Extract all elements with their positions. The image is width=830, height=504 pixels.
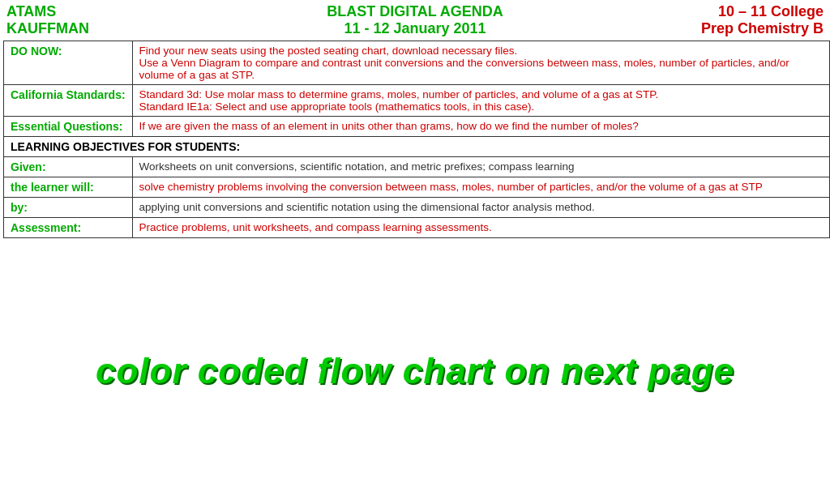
do-now-row: DO NOW: Find your new seats using the po… xyxy=(4,41,830,85)
california-row: California Standards: Standard 3d: Use m… xyxy=(4,85,830,117)
atams-label: ATAMS xyxy=(6,3,279,20)
do-now-content: Find your new seats using the posted sea… xyxy=(132,41,829,85)
learner-content: solve chemistry problems involving the c… xyxy=(132,177,829,198)
essential-row: Essential Questions: If we are given the… xyxy=(4,117,830,137)
learner-label: the learner will: xyxy=(4,177,133,198)
grade-line2: Prep Chemistry B xyxy=(701,20,824,37)
learner-row: the learner will: solve chemistry proble… xyxy=(4,177,830,198)
header-date: 11 - 12 January 2011 xyxy=(344,20,486,37)
essential-label: Essential Questions: xyxy=(4,117,133,137)
do-now-text: Find your new seats using the posted sea… xyxy=(139,45,789,81)
grade-line1: 10 – 11 College xyxy=(718,3,824,20)
header-left: ATAMS KAUFFMAN xyxy=(6,3,279,37)
header-right: 10 – 11 College Prep Chemistry B xyxy=(551,3,824,37)
content-table: DO NOW: Find your new seats using the po… xyxy=(3,41,830,238)
by-label: by: xyxy=(4,198,133,218)
california-text: Standard 3d: Use molar mass to determine… xyxy=(139,88,659,113)
content-table-wrapper: DO NOW: Find your new seats using the po… xyxy=(0,41,830,238)
kauffman-label: KAUFFMAN xyxy=(6,20,279,37)
objectives-header-row: LEARNING OBJECTIVES FOR STUDENTS: xyxy=(4,137,830,157)
by-row: by: applying unit conversions and scient… xyxy=(4,198,830,218)
bottom-banner-text: color coded flow chart on next page xyxy=(96,351,734,391)
bottom-banner: color coded flow chart on next page xyxy=(0,238,830,504)
given-row: Given: Worksheets on unit conversions, s… xyxy=(4,157,830,177)
assessment-content: Practice problems, unit worksheets, and … xyxy=(132,218,829,238)
california-label: California Standards: xyxy=(4,85,133,117)
essential-content: If we are given the mass of an element i… xyxy=(132,117,829,137)
do-now-label: DO NOW: xyxy=(4,41,133,85)
given-label: Given: xyxy=(4,157,133,177)
california-content: Standard 3d: Use molar mass to determine… xyxy=(132,85,829,117)
page-title: BLAST DIGITAL AGENDA xyxy=(327,3,503,20)
header-center: BLAST DIGITAL AGENDA 11 - 12 January 201… xyxy=(279,3,551,37)
assessment-row: Assessment: Practice problems, unit work… xyxy=(4,218,830,238)
assessment-label: Assessment: xyxy=(4,218,133,238)
by-content: applying unit conversions and scientific… xyxy=(132,198,829,218)
header: ATAMS KAUFFMAN BLAST DIGITAL AGENDA 11 -… xyxy=(0,0,830,41)
given-content: Worksheets on unit conversions, scientif… xyxy=(132,157,829,177)
objectives-header: LEARNING OBJECTIVES FOR STUDENTS: xyxy=(4,137,830,157)
